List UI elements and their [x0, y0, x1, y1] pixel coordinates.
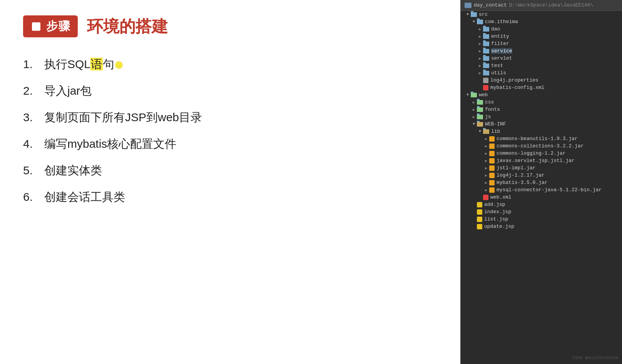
tree-item[interactable]: ▶jstl-impl.jar	[461, 164, 622, 172]
tree-item-label: javax.servlet.jsp.jstl.jar	[497, 158, 575, 164]
tree-arrow-icon: ▶	[483, 151, 489, 156]
header: 步骤 环境的搭建	[23, 15, 437, 37]
tree-arrow-icon: ▼	[465, 12, 471, 17]
folder-icon	[477, 115, 483, 119]
tree-item-label: src	[479, 12, 488, 17]
tree-item-label: utils	[491, 70, 506, 76]
jar-file-icon	[489, 180, 495, 185]
tree-item-label: log4j.properties	[490, 77, 538, 83]
folder-icon	[483, 27, 489, 32]
step-number: 3.	[23, 111, 44, 124]
tree-item-label: fonts	[485, 107, 500, 112]
tree-arrow-icon: ▶	[483, 166, 489, 170]
svg-rect-1	[33, 25, 39, 25]
tree-item[interactable]: add.jsp	[461, 201, 622, 208]
tree-item-label: mybatis-3.5.0.jar	[497, 180, 548, 185]
jar-file-icon	[489, 165, 495, 171]
folder-icon	[483, 42, 489, 46]
tree-item-label: jstl-impl.jar	[497, 165, 535, 171]
tree-item-label: commons-logging-1.2.jar	[497, 150, 565, 156]
tree-arrow-icon: ▼	[471, 122, 477, 126]
tree-item-label: add.jsp	[484, 202, 505, 207]
tree-item[interactable]: ▶javax.servlet.jsp.jstl.jar	[461, 157, 622, 164]
step-item: 4.编写mybatis核心配置文件	[23, 136, 437, 152]
tree-item[interactable]: ▶entity	[461, 33, 622, 40]
tree-item-label: dao	[491, 26, 500, 32]
tree-arrow-icon: ▶	[483, 173, 489, 178]
tree-item-label: service	[491, 48, 512, 54]
tree-item[interactable]: ▶js	[461, 113, 622, 120]
tree-item[interactable]: ▶servlet	[461, 55, 622, 62]
tree-arrow-icon: ▶	[483, 159, 489, 163]
tree-item[interactable]: ▼lib	[461, 128, 622, 135]
tree-item[interactable]: ▶service	[461, 47, 622, 55]
tree-arrow-icon: ▶	[477, 63, 483, 68]
step-number: 2.	[23, 84, 44, 97]
properties-file-icon	[483, 78, 488, 83]
step-text: 编写mybatis核心配置文件	[44, 136, 176, 152]
tree-item[interactable]: index.jsp	[461, 208, 622, 215]
left-panel: 步骤 环境的搭建 1.执行SQL语句2.导入jar包3.复制页面下所有JSP到w…	[0, 0, 460, 364]
tree-item[interactable]: update.jsp	[461, 223, 622, 230]
step-text: 创建实体类	[44, 163, 102, 179]
cursor-indicator	[115, 61, 123, 69]
tree-item[interactable]: mybatis-config.xml	[461, 84, 622, 91]
tree-item[interactable]: ▶mybatis-3.5.0.jar	[461, 179, 622, 186]
jar-file-icon	[489, 144, 495, 149]
file-tree[interactable]: ▼src▼com.itheima▶dao▶entity▶filter▶servi…	[461, 11, 622, 230]
tree-item-label: com.itheima	[485, 19, 518, 25]
project-name: day_contact	[474, 2, 507, 8]
tree-item-label: entity	[491, 33, 509, 39]
tree-item[interactable]: ▼WEB-INF	[461, 120, 622, 128]
jar-file-icon	[489, 151, 495, 156]
folder-icon	[483, 63, 489, 68]
page-title: 环境的搭建	[87, 16, 168, 37]
tree-arrow-icon: ▶	[483, 180, 489, 185]
project-header: day_contact D:\WorkSpace\idea\JavaEE146\	[461, 0, 622, 11]
tree-arrow-icon: ▶	[471, 100, 477, 105]
folder-icon	[477, 122, 483, 127]
tree-item[interactable]: ▼src	[461, 11, 622, 18]
tree-item[interactable]: list.jsp	[461, 215, 622, 223]
badge-label: 步骤	[46, 18, 71, 34]
tree-arrow-icon: ▶	[483, 137, 489, 141]
tree-item-label: WEB-INF	[485, 121, 506, 127]
tree-item-label: filter	[491, 41, 509, 47]
tree-item[interactable]: ▶utils	[461, 69, 622, 77]
jsp-file-icon	[477, 224, 482, 229]
tree-item[interactable]: ▶test	[461, 62, 622, 69]
tree-item[interactable]: ▼com.itheima	[461, 18, 622, 25]
file-tree-panel[interactable]: day_contact D:\WorkSpace\idea\JavaEE146\…	[460, 0, 622, 364]
folder-icon	[483, 56, 489, 61]
folder-icon	[483, 129, 489, 134]
tree-item[interactable]: ▶commons-beanutils-1.9.3.jar	[461, 135, 622, 142]
tree-item[interactable]: ▶mysql-connector-java-5.1.22-bin.jar	[461, 186, 622, 194]
folder-icon	[483, 49, 489, 53]
tree-item[interactable]: ▼web	[461, 91, 622, 99]
tree-arrow-icon: ▶	[477, 34, 483, 39]
tree-item-label: web	[479, 92, 488, 98]
tree-item-label: log4j-1.2.17.jar	[497, 172, 545, 178]
tree-item-label: mybatis-config.xml	[490, 85, 544, 90]
step-number: 4.	[23, 137, 44, 150]
badge-icon	[30, 20, 42, 33]
tree-item-label: lib	[491, 129, 500, 134]
tree-item[interactable]: ▶log4j-1.2.17.jar	[461, 172, 622, 179]
step-number: 1.	[23, 58, 44, 71]
step-badge: 步骤	[23, 15, 78, 37]
svg-rect-3	[33, 28, 37, 28]
tree-item[interactable]: ▶dao	[461, 25, 622, 33]
xml-file-icon	[483, 195, 488, 200]
tree-item[interactable]: web.xml	[461, 194, 622, 201]
tree-arrow-icon: ▶	[477, 71, 483, 75]
tree-item-label: web.xml	[490, 194, 512, 200]
watermark: CSDN @any235103838	[572, 356, 618, 360]
tree-item[interactable]: ▶commons-logging-1.2.jar	[461, 150, 622, 157]
tree-item[interactable]: log4j.properties	[461, 77, 622, 84]
tree-item[interactable]: ▶css	[461, 99, 622, 106]
tree-item[interactable]: ▶filter	[461, 40, 622, 47]
tree-item[interactable]: ▶fonts	[461, 106, 622, 113]
tree-item[interactable]: ▶commons-collections-3.2.2.jar	[461, 142, 622, 150]
tree-arrow-icon: ▼	[465, 93, 471, 97]
tree-item-label: update.jsp	[484, 224, 514, 229]
